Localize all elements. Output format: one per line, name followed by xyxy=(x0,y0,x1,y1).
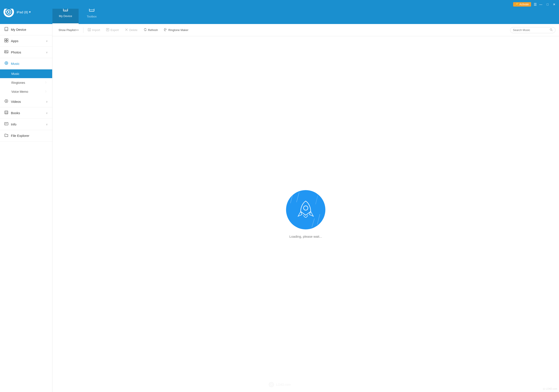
sidebar-item-file-explorer[interactable]: File Explorer xyxy=(0,130,52,141)
delete-label: Delete xyxy=(129,28,138,32)
sidebar-item-videos-label: Videos xyxy=(11,100,21,103)
voice-memo-chevron-icon: 〉 xyxy=(45,90,48,93)
sidebar-item-photos[interactable]: Photos ∨ xyxy=(0,47,52,58)
tab-toolbox-label: Toolbox xyxy=(87,15,97,18)
ringtones-chevron-icon: 〉 xyxy=(45,81,48,84)
toolbar: Show Playlist>> Import xyxy=(52,24,280,36)
sidebar-item-file-explorer-label: File Explorer xyxy=(11,134,29,137)
photos-chevron-icon: ∨ xyxy=(46,51,48,54)
books-icon xyxy=(4,110,8,116)
show-playlist-button[interactable]: Show Playlist>> xyxy=(56,27,82,33)
sidebar-sub-ringtones-label: Ringtones xyxy=(11,81,25,84)
delete-icon xyxy=(125,28,128,32)
delete-button[interactable]: Delete xyxy=(122,27,140,33)
sidebar-item-music[interactable]: Music xyxy=(0,58,52,69)
ringtone-maker-button[interactable]: Ringtone Maker xyxy=(161,27,191,33)
import-button[interactable]: Import xyxy=(85,27,103,33)
content-area: Show Playlist>> Import xyxy=(52,24,280,196)
svg-rect-12 xyxy=(7,39,8,40)
svg-point-2 xyxy=(8,11,9,13)
sidebar-item-my-device[interactable]: My Device xyxy=(0,24,52,35)
import-icon xyxy=(88,28,91,32)
refresh-button[interactable]: Refresh xyxy=(141,27,161,33)
photos-icon xyxy=(4,50,8,55)
svg-rect-14 xyxy=(7,41,8,42)
svg-marker-21 xyxy=(6,100,7,102)
separator-1 xyxy=(83,27,84,33)
sidebar-item-apps[interactable]: Apps ∨ xyxy=(0,35,52,47)
sidebar-sub-item-music[interactable]: Music xyxy=(0,69,52,78)
sidebar-sub-item-ringtones[interactable]: Ringtones 〉 xyxy=(0,78,52,87)
export-icon xyxy=(106,28,109,32)
apps-icon xyxy=(4,38,8,44)
export-label: Export xyxy=(111,28,119,32)
svg-point-18 xyxy=(6,63,7,64)
music-icon xyxy=(4,61,8,66)
sidebar-item-info[interactable]: Info ∨ xyxy=(0,119,52,130)
sidebar-item-photos-label: Photos xyxy=(11,50,21,54)
svg-rect-11 xyxy=(5,39,6,40)
device-name-text: iPad (8) xyxy=(17,10,28,14)
titlebar: 🔑 Activate ☰ — □ ✕ xyxy=(0,0,280,9)
ringtone-maker-label: Ringtone Maker xyxy=(168,28,188,32)
svg-rect-13 xyxy=(5,41,6,42)
device-dropdown-icon[interactable]: ▾ xyxy=(29,10,31,14)
tab-my-device-label: My Device xyxy=(59,14,72,18)
loading-area: Loading, please wait... xyxy=(52,36,280,196)
svg-rect-26 xyxy=(5,122,8,125)
sidebar-item-music-label: Music xyxy=(11,62,19,65)
apps-chevron-icon: ∨ xyxy=(46,39,48,43)
sidebar-item-apps-label: Apps xyxy=(11,39,18,43)
refresh-icon xyxy=(144,28,147,32)
sidebar-item-info-label: Info xyxy=(11,122,16,126)
show-playlist-label: Show Playlist>> xyxy=(58,28,79,32)
import-label: Import xyxy=(92,28,100,32)
export-button[interactable]: Export xyxy=(103,27,121,33)
file-explorer-icon xyxy=(4,133,8,138)
sidebar-item-books-label: Books xyxy=(11,111,20,115)
refresh-label: Refresh xyxy=(148,28,158,32)
svg-point-33 xyxy=(165,29,166,30)
sidebar-item-my-device-label: My Device xyxy=(11,28,26,31)
ringtone-maker-icon xyxy=(164,28,167,32)
svg-point-5 xyxy=(65,10,66,11)
svg-point-19 xyxy=(5,62,7,64)
sidebar-sub-voice-memo-label: Voice Memo xyxy=(11,90,28,93)
sidebar-item-videos[interactable]: Videos ∨ xyxy=(0,96,52,107)
books-chevron-icon: ∨ xyxy=(46,111,48,115)
my-device-icon xyxy=(4,27,8,32)
svg-rect-15 xyxy=(5,50,8,53)
svg-point-10 xyxy=(6,30,7,31)
videos-icon xyxy=(4,99,8,104)
info-chevron-icon: ∨ xyxy=(46,123,48,126)
sidebar: My Device Apps ∨ Ph xyxy=(0,24,52,196)
sidebar-sub-item-voice-memo[interactable]: Voice Memo 〉 xyxy=(0,87,52,96)
videos-chevron-icon: ∨ xyxy=(46,100,48,103)
sidebar-sub-music-label: Music xyxy=(11,72,19,75)
device-name-area: iPad (8) ▾ xyxy=(17,10,31,14)
main-layout: My Device Apps ∨ Ph xyxy=(0,24,280,196)
sidebar-item-books[interactable]: Books ∨ xyxy=(0,107,52,119)
info-icon xyxy=(4,122,8,127)
